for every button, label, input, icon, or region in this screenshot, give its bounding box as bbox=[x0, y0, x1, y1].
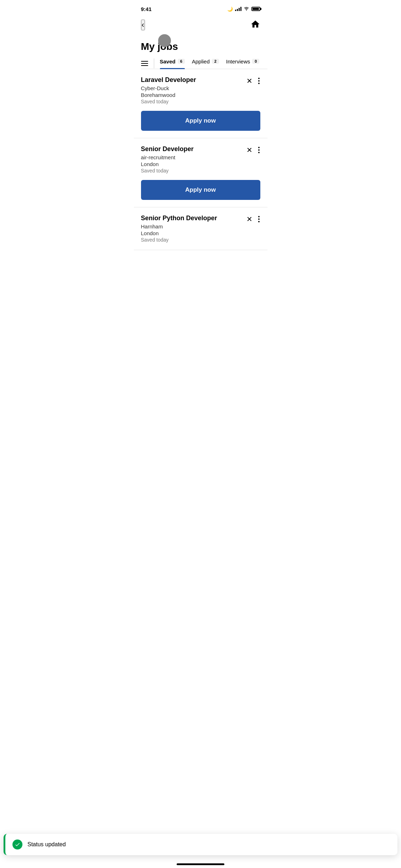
job-company-1: Cyber-Duck bbox=[141, 85, 242, 91]
tab-interviews-label: Interviews bbox=[226, 58, 250, 64]
job-saved-2: Saved today bbox=[141, 168, 242, 174]
job-card-1: Laravel Developer Cyber-Duck Borehamwood… bbox=[134, 69, 267, 138]
status-icons: 🌙 bbox=[227, 6, 260, 12]
job-card-2-header: Senior Developer air-recruitment London … bbox=[141, 145, 260, 174]
job-close-button-3[interactable]: ✕ bbox=[246, 216, 252, 223]
job-company-2: air-recruitment bbox=[141, 154, 242, 160]
header: My jobs bbox=[134, 34, 267, 53]
job-card-3: Senior Python Developer Harnham London S… bbox=[134, 207, 267, 250]
apply-button-2[interactable]: Apply now bbox=[141, 180, 260, 200]
job-card-3-info: Senior Python Developer Harnham London S… bbox=[141, 215, 242, 243]
job-card-3-actions: ✕ bbox=[246, 215, 260, 223]
apply-button-1[interactable]: Apply now bbox=[141, 111, 260, 131]
job-location-3: London bbox=[141, 230, 242, 236]
avatar bbox=[158, 34, 171, 47]
tab-applied-label: Applied bbox=[192, 58, 210, 64]
job-card-2: Senior Developer air-recruitment London … bbox=[134, 138, 267, 207]
job-close-button-1[interactable]: ✕ bbox=[246, 77, 252, 84]
job-more-button-2[interactable] bbox=[257, 146, 260, 154]
tab-interviews[interactable]: Interviews 0 bbox=[226, 58, 260, 69]
job-location-1: Borehamwood bbox=[141, 92, 242, 98]
tab-interviews-badge: 0 bbox=[252, 59, 259, 64]
job-close-button-2[interactable]: ✕ bbox=[246, 146, 252, 154]
job-card-1-info: Laravel Developer Cyber-Duck Borehamwood… bbox=[141, 76, 242, 104]
menu-icon[interactable] bbox=[141, 61, 148, 66]
jobs-list: Laravel Developer Cyber-Duck Borehamwood… bbox=[134, 69, 267, 250]
job-card-3-header: Senior Python Developer Harnham London S… bbox=[141, 215, 260, 243]
signal-bars-icon bbox=[235, 7, 241, 11]
nav-bar: ‹ bbox=[134, 16, 267, 34]
tab-divider bbox=[154, 58, 154, 68]
job-card-2-actions: ✕ bbox=[246, 146, 260, 154]
job-more-button-1[interactable] bbox=[257, 77, 260, 85]
status-time: 9:41 bbox=[141, 6, 152, 12]
job-card-1-header: Laravel Developer Cyber-Duck Borehamwood… bbox=[141, 76, 260, 104]
tabs-container: Saved 6 Applied 2 Interviews 0 bbox=[141, 53, 267, 69]
tab-saved-badge: 6 bbox=[178, 59, 185, 64]
back-button[interactable]: ‹ bbox=[141, 20, 145, 30]
tab-saved-label: Saved bbox=[160, 58, 176, 64]
job-saved-3: Saved today bbox=[141, 237, 242, 243]
job-more-button-3[interactable] bbox=[257, 215, 260, 223]
status-bar: 9:41 🌙 bbox=[134, 0, 267, 16]
battery-icon bbox=[251, 7, 260, 11]
job-title-3: Senior Python Developer bbox=[141, 215, 242, 222]
tab-applied[interactable]: Applied 2 bbox=[192, 58, 219, 69]
job-saved-1: Saved today bbox=[141, 99, 242, 104]
job-title-2: Senior Developer bbox=[141, 145, 242, 153]
moon-icon: 🌙 bbox=[227, 6, 233, 12]
job-company-3: Harnham bbox=[141, 223, 242, 229]
home-button[interactable] bbox=[250, 19, 260, 31]
wifi-icon bbox=[244, 6, 249, 12]
tab-applied-badge: 2 bbox=[212, 59, 219, 64]
job-title-1: Laravel Developer bbox=[141, 76, 242, 84]
job-card-2-info: Senior Developer air-recruitment London … bbox=[141, 145, 242, 174]
tab-saved[interactable]: Saved 6 bbox=[160, 58, 185, 69]
job-card-1-actions: ✕ bbox=[246, 77, 260, 85]
job-location-2: London bbox=[141, 161, 242, 167]
